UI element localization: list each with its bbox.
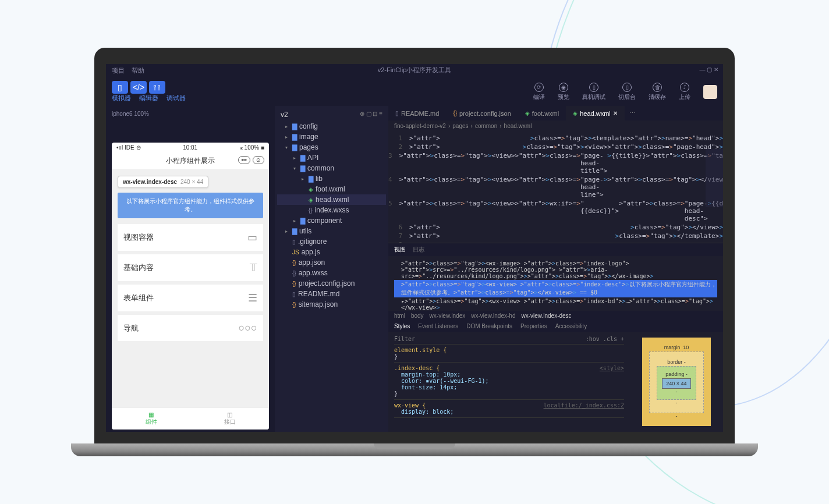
styles-filter-actions[interactable]: :hov .cls +: [586, 336, 624, 342]
tree-item[interactable]: ▸▇component: [277, 215, 386, 226]
toolbar-clear-cache[interactable]: 🗑清缓存: [649, 83, 666, 101]
styles-tab[interactable]: Accessibility: [555, 323, 587, 329]
device-status: iphone6 100%: [112, 108, 269, 119]
editor-tab[interactable]: ▯ README.md: [388, 106, 446, 120]
tree-item[interactable]: {}sitemap.json: [277, 299, 386, 310]
editor-area: ▯ README.md{} project.config.json◈ foot.…: [388, 106, 723, 432]
devtools-panel: 视图 日志 >"attr">>class>=>"tag">><wx-image>…: [388, 243, 723, 432]
tree-item[interactable]: ▸▇utils: [277, 226, 386, 236]
tab-more-icon[interactable]: ⋯: [625, 106, 640, 120]
toolbar-preview[interactable]: ◉预览: [558, 83, 569, 101]
menu-help[interactable]: 帮助: [132, 66, 144, 75]
mode-editor-icon[interactable]: </>: [130, 81, 147, 94]
editor-tabs: ▯ README.md{} project.config.json◈ foot.…: [388, 106, 723, 120]
tree-item[interactable]: ▾▇common: [277, 163, 386, 173]
list-item[interactable]: 表单组件☰: [118, 285, 263, 311]
mode-debugger-icon[interactable]: ⫯⫯: [149, 81, 165, 94]
tree-item[interactable]: {}index.wxss: [277, 205, 386, 215]
styles-tab[interactable]: DOM Breakpoints: [466, 323, 512, 329]
phone-header: 小程序组件展示 ••• ⊙: [112, 152, 269, 170]
tree-item[interactable]: ▸▇API: [277, 152, 386, 163]
dom-breadcrumb[interactable]: htmlbodywx-view.indexwx-view.index-hdwx-…: [388, 311, 723, 321]
styles-tab[interactable]: Styles: [394, 323, 410, 329]
project-root[interactable]: v2: [281, 111, 288, 119]
list-item[interactable]: 导航○○○: [118, 315, 263, 341]
toolbar-switch-backend[interactable]: ▯切后台: [618, 83, 636, 101]
phone-simulator[interactable]: •ııl IDE ⊝ 10:01 ⁎ 100% ■ 小程序组件展示 ••• ⊙ …: [112, 143, 269, 430]
window-controls[interactable]: — ▢ ✕: [699, 66, 718, 73]
capsule-more-icon[interactable]: •••: [238, 156, 250, 164]
user-avatar[interactable]: [703, 85, 717, 99]
box-model: margin 10 border - padding - 240 × 44 - …: [630, 332, 723, 432]
tree-item[interactable]: ▸▇lib: [277, 173, 386, 184]
phone-tab-components[interactable]: ▦组件: [112, 408, 190, 430]
tree-item[interactable]: ▸▇image: [277, 132, 386, 142]
devtools-tab-view[interactable]: 视图: [394, 246, 406, 254]
file-explorer: v2 ⊕ ▢ ⊡ ≡ ▸▇config▸▇image▾▇pages▸▇API▾▇…: [275, 106, 388, 432]
styles-filter[interactable]: Filter: [394, 336, 415, 342]
devtools-tab-log[interactable]: 日志: [413, 246, 424, 254]
tree-item[interactable]: ▯.gitignore: [277, 236, 386, 247]
phone-statusbar: •ııl IDE ⊝ 10:01 ⁎ 100% ■: [112, 143, 269, 152]
tree-item[interactable]: ▯README.md: [277, 289, 386, 299]
tree-item[interactable]: {}project.config.json: [277, 278, 386, 289]
window-title: v2-FinClip小程序开发工具: [378, 66, 452, 74]
mode-debugger-label[interactable]: 调试器: [166, 94, 186, 102]
editor-tab[interactable]: ◈ head.wxml ✕: [566, 106, 625, 120]
tree-item[interactable]: ▸▇config: [277, 121, 386, 132]
editor-tab[interactable]: {} project.config.json: [446, 106, 518, 120]
selected-element[interactable]: 以下将展示小程序官方组件能力，组件样式仅供参考。: [118, 193, 263, 218]
toolbar-remote-debug[interactable]: ▯真机调试: [582, 83, 605, 101]
inspector-tooltip: wx-view.index-desc 240 × 44: [118, 176, 208, 188]
styles-tab[interactable]: Properties: [520, 323, 547, 329]
simulator-panel: iphone6 100% •ııl IDE ⊝ 10:01 ⁎ 100% ■ 小…: [106, 106, 275, 432]
menu-project[interactable]: 项目: [112, 66, 125, 75]
styles-rules[interactable]: Filter :hov .cls + element.style {} <sty…: [388, 332, 630, 432]
toolbar-upload[interactable]: ⤴上传: [679, 83, 690, 101]
styles-tabs: StylesEvent ListenersDOM BreakpointsProp…: [388, 321, 723, 332]
menubar: 项目 帮助 v2-FinClip小程序开发工具 — ▢ ✕: [106, 64, 723, 77]
tree-item[interactable]: ◈head.wxml: [277, 194, 386, 205]
capsule-close-icon[interactable]: ⊙: [253, 156, 264, 164]
tree-item[interactable]: ◈foot.wxml: [277, 184, 386, 194]
mode-simulator-label[interactable]: 模拟器: [112, 94, 131, 102]
laptop-frame: 项目 帮助 v2-FinClip小程序开发工具 — ▢ ✕ ▯ </> ⫯⫯ 模…: [94, 48, 735, 456]
mode-editor-label[interactable]: 编辑器: [139, 94, 158, 102]
explorer-actions[interactable]: ⊕ ▢ ⊡ ≡: [360, 111, 382, 119]
styles-tab[interactable]: Event Listeners: [418, 323, 458, 329]
code-editor[interactable]: 1>"attr">>class>=>"tag">><template> >"at…: [388, 132, 723, 243]
editor-tab[interactable]: ◈ foot.wxml: [518, 106, 566, 120]
list-item[interactable]: 基础内容𝕋: [118, 254, 263, 281]
minimap[interactable]: [706, 149, 723, 207]
toolbar-compile[interactable]: ⟳编译: [533, 83, 545, 101]
tree-item[interactable]: {}app.wxss: [277, 268, 386, 278]
mode-simulator-icon[interactable]: ▯: [112, 81, 128, 94]
phone-tab-interfaces[interactable]: ◫接口: [190, 408, 269, 430]
dom-tree[interactable]: >"attr">>class>=>"tag">><wx-image> >"att…: [388, 256, 723, 311]
tree-item[interactable]: JSapp.js: [277, 247, 386, 257]
toolbar: ▯ </> ⫯⫯ 模拟器 编辑器 调试器 ⟳编译 ◉预览 ▯真机调试 ▯切后台 …: [106, 77, 723, 106]
breadcrumb[interactable]: fino-applet-demo-v2 › pages › common › h…: [388, 120, 723, 132]
tree-item[interactable]: ▾▇pages: [277, 142, 386, 152]
tree-item[interactable]: {}app.json: [277, 257, 386, 268]
list-item[interactable]: 视图容器▭: [118, 224, 263, 251]
ide-window: 项目 帮助 v2-FinClip小程序开发工具 — ▢ ✕ ▯ </> ⫯⫯ 模…: [106, 64, 723, 432]
